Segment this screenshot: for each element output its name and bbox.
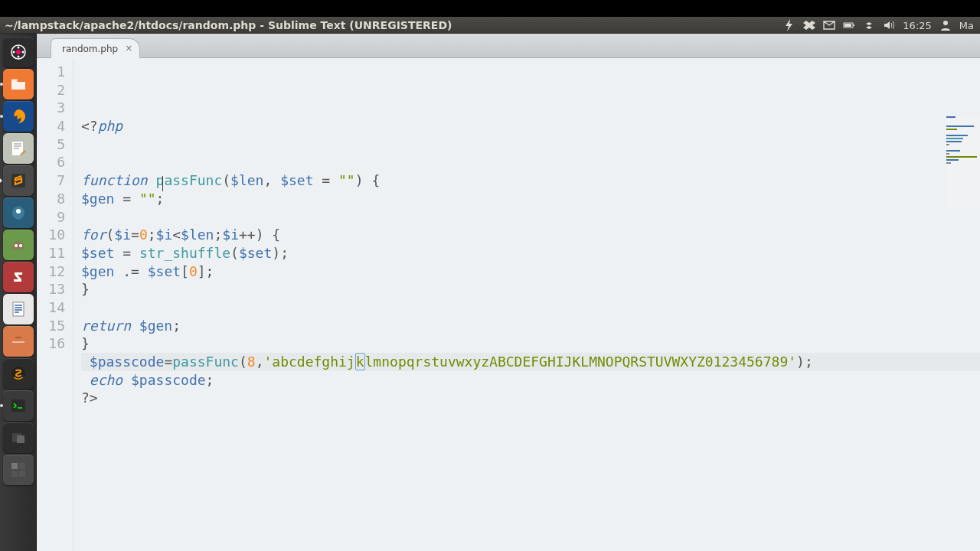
text-cursor — [162, 176, 163, 191]
code-area[interactable]: 12345678910111213141516 <?phpfunction pa… — [37, 58, 980, 551]
line-number: 16 — [37, 334, 65, 353]
code-content[interactable]: <?phpfunction passFunc($len, $set = "") … — [74, 58, 980, 551]
minimap-line — [946, 144, 949, 145]
launcher-gimp[interactable] — [3, 230, 34, 260]
minimap-line — [946, 129, 957, 130]
launcher-files[interactable] — [3, 69, 34, 99]
code-line[interactable]: $gen .= $set[0]; — [81, 262, 980, 281]
line-number: 9 — [37, 208, 65, 227]
code-line[interactable]: } — [81, 280, 980, 298]
svg-point-3 — [943, 21, 948, 25]
launcher-filezilla[interactable] — [3, 262, 34, 292]
line-number: 12 — [37, 262, 65, 281]
code-line[interactable] — [81, 208, 980, 227]
launcher-software[interactable] — [3, 326, 34, 357]
launcher-terminal[interactable] — [3, 390, 34, 421]
code-line[interactable]: function passFunc($len, $set = "") { — [81, 171, 980, 190]
tab-random-php[interactable]: random.php × — [51, 38, 140, 58]
launcher-firefox[interactable] — [3, 101, 34, 132]
svg-rect-18 — [13, 302, 24, 316]
minimap-line — [946, 116, 956, 118]
window-title: ~/lampstack/apache2/htdocs/random.php - … — [5, 19, 452, 31]
svg-point-14 — [16, 209, 21, 214]
dropbox-icon[interactable] — [803, 19, 815, 31]
svg-rect-21 — [11, 399, 25, 412]
minimap-line — [946, 141, 962, 142]
minimap-line — [946, 150, 960, 152]
code-line[interactable]: $passcode=passFunc(8,'abcdefghijklmnopqr… — [81, 353, 980, 371]
code-line[interactable] — [81, 135, 980, 154]
network-icon[interactable] — [863, 19, 875, 31]
line-number: 4 — [37, 117, 65, 135]
line-number: 2 — [37, 81, 65, 99]
launcher-amazon[interactable] — [3, 358, 34, 389]
tab-bar: random.php × — [37, 34, 980, 58]
minimap-line — [946, 138, 963, 139]
line-number: 5 — [37, 135, 65, 154]
battery-icon[interactable] — [843, 19, 855, 31]
code-line[interactable] — [81, 153, 980, 171]
svg-point-5 — [16, 50, 21, 54]
line-number: 15 — [37, 317, 65, 335]
svg-rect-24 — [11, 463, 18, 469]
tab-label: random.php — [62, 44, 118, 54]
code-line[interactable] — [81, 298, 980, 317]
thunderbolt-icon[interactable] — [783, 19, 795, 31]
user-icon[interactable] — [939, 19, 952, 31]
launcher-sublime[interactable] — [3, 165, 34, 196]
code-line[interactable]: return $gen; — [81, 317, 980, 335]
minimap-line — [946, 159, 959, 161]
minimap-line — [946, 156, 977, 158]
line-number: 14 — [37, 298, 65, 317]
launcher-workspace[interactable] — [3, 455, 34, 485]
line-number: 1 — [37, 63, 65, 81]
line-number: 13 — [37, 280, 65, 298]
clock[interactable]: 16:25 — [903, 20, 931, 31]
svg-point-9 — [17, 56, 19, 58]
launcher-shotwell[interactable] — [3, 197, 34, 228]
code-line[interactable]: for($i=0;$i<$len;$i++) { — [81, 226, 980, 244]
code-line[interactable]: $gen = ""; — [81, 190, 980, 208]
svg-point-15 — [15, 244, 18, 247]
mail-icon[interactable] — [823, 19, 835, 31]
svg-rect-13 — [11, 174, 25, 187]
minimap[interactable] — [946, 116, 980, 208]
close-icon[interactable]: × — [124, 44, 133, 53]
unity-launcher — [0, 34, 37, 551]
svg-rect-26 — [11, 471, 18, 477]
system-tray: 16:25 Ma — [777, 17, 980, 34]
code-line[interactable]: echo $passcode; — [81, 371, 980, 390]
line-number: 11 — [37, 244, 65, 262]
minimap-line — [946, 126, 974, 127]
code-line[interactable]: $set = str_shuffle($set); — [81, 244, 980, 262]
launcher-libreoffice[interactable] — [3, 294, 34, 324]
line-number: 6 — [37, 153, 65, 171]
line-gutter: 12345678910111213141516 — [37, 58, 74, 551]
svg-rect-1 — [853, 24, 854, 26]
minimap-line — [946, 135, 968, 136]
line-number: 3 — [37, 99, 65, 117]
svg-rect-10 — [11, 79, 18, 81]
launcher-devices[interactable] — [3, 422, 34, 453]
volume-icon[interactable] — [883, 19, 895, 31]
line-number: 7 — [37, 171, 65, 190]
code-line[interactable]: <?php — [81, 117, 980, 135]
svg-rect-2 — [844, 24, 851, 27]
svg-point-6 — [12, 51, 15, 54]
line-number: 10 — [37, 226, 65, 244]
launcher-dash[interactable] — [3, 37, 34, 67]
user-label[interactable]: Ma — [959, 20, 974, 31]
code-line[interactable]: ?> — [81, 389, 980, 407]
code-line[interactable]: } — [81, 334, 980, 353]
editor-window: random.php × 12345678910111213141516 <?p… — [37, 34, 980, 551]
minimap-line — [946, 153, 949, 155]
svg-rect-27 — [19, 471, 25, 477]
svg-point-16 — [19, 244, 22, 247]
svg-rect-25 — [19, 463, 25, 469]
svg-rect-23 — [17, 435, 24, 443]
svg-point-8 — [17, 47, 19, 49]
launcher-gedit[interactable] — [3, 133, 34, 164]
minimap-line — [946, 162, 951, 164]
line-number: 8 — [37, 190, 65, 208]
svg-point-7 — [21, 51, 24, 54]
